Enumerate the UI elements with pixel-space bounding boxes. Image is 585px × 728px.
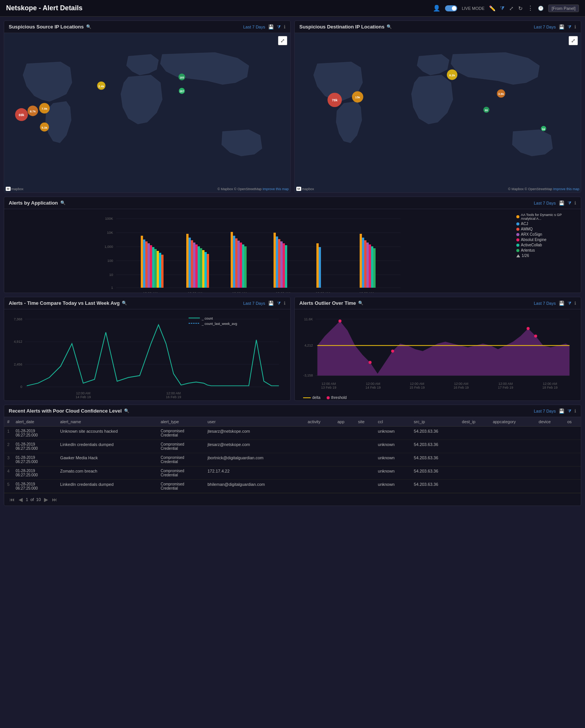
alerts-by-app-title: Alerts by Application 🔍: [9, 200, 66, 206]
svg-text:14 Feb 19: 14 Feb 19: [365, 386, 381, 389]
share-icon[interactable]: ⤢: [509, 5, 514, 11]
svg-rect-54: [195, 244, 198, 288]
table-row[interactable]: 4 01-28-2019 06:27:25:000 Zomato.com bre…: [4, 466, 581, 480]
recent-alerts-filter-icon[interactable]: ⧩: [568, 408, 571, 414]
live-mode-label: LIVE MODE: [462, 6, 484, 11]
alerts-by-app-info-icon[interactable]: 🔍: [60, 200, 66, 205]
map1-credit: © Mapbox © OpenStreetMap Improve this ma…: [217, 187, 289, 191]
map2-filter-icon[interactable]: ⧩: [568, 24, 571, 30]
map1-save-icon[interactable]: 💾: [268, 24, 274, 30]
alerts-by-app-controls: Last 7 Days 💾 ⧩ ℹ: [534, 200, 576, 206]
map2-container: ⤢ 78k 15k 8.2k 3.8k: [295, 33, 581, 192]
svg-text:12:00 AM: 12:00 AM: [322, 382, 336, 386]
table-row[interactable]: 5 01-28-2019 06:27:25:000 LinkedIn crede…: [4, 480, 581, 493]
map2-help-icon[interactable]: ℹ: [574, 24, 576, 30]
svg-rect-68: [276, 236, 278, 288]
svg-rect-80: [371, 246, 373, 288]
recent-alerts-save-icon[interactable]: 💾: [559, 408, 565, 414]
page-header: Netskope - Alert Details 👤 LIVE MODE ✏️ …: [0, 0, 585, 17]
alerts-by-app-legend: AA Tools for Dynamic s GP Analytical A..…: [516, 213, 577, 289]
prev-page-btn[interactable]: ◀: [18, 496, 24, 503]
refresh-icon[interactable]: ↻: [518, 5, 523, 11]
page-current: 1: [26, 497, 28, 502]
alerts-by-app-time: Last 7 Days: [534, 201, 556, 205]
col-dest-ip: dest_ip: [459, 417, 490, 427]
first-page-btn[interactable]: ⏮: [9, 496, 16, 503]
map2-credit: © Mapbox © OpenStreetMap Improve this ma…: [508, 187, 579, 191]
from-panel-label[interactable]: [From Panel]: [548, 5, 579, 12]
alerts-by-app-save-icon[interactable]: 💾: [559, 200, 565, 206]
map2-controls: Last 7 Days 💾 ⧩ ℹ: [534, 24, 576, 30]
svg-text:15k: 15k: [355, 96, 360, 99]
outlier-save-icon[interactable]: 💾: [559, 301, 565, 306]
map1-controls: Last 7 Days 💾 ⧩ ℹ: [243, 24, 286, 30]
svg-text:12:00 AM: 12:00 AM: [359, 292, 374, 293]
time-compare-filter-icon[interactable]: ⧩: [277, 301, 281, 306]
map1-container: ⤢: [4, 33, 290, 192]
map1-time: Last 7 Days: [243, 25, 265, 29]
map1-help-icon[interactable]: ℹ: [284, 24, 286, 30]
col-activity: activity: [305, 417, 334, 427]
last-page-btn[interactable]: ⏭: [51, 496, 58, 503]
table-row[interactable]: 1 01-28-2019 06:27:25:000 Unknown site a…: [4, 427, 581, 440]
map1-info-icon[interactable]: 🔍: [86, 24, 91, 29]
recent-alerts-help-icon[interactable]: ℹ: [574, 408, 576, 414]
recent-alerts-controls: Last 7 Days 💾 ⧩ ℹ: [534, 408, 576, 414]
svg-rect-71: [283, 243, 285, 288]
svg-rect-77: [364, 240, 366, 288]
pencil-icon[interactable]: ✏️: [489, 5, 495, 11]
outlier-filter-icon[interactable]: ⧩: [568, 301, 571, 306]
svg-rect-42: [145, 241, 148, 288]
outlier-info-icon[interactable]: 🔍: [358, 301, 363, 306]
time-compare-help-icon[interactable]: ℹ: [284, 301, 286, 306]
map2-save-icon[interactable]: 💾: [559, 24, 565, 30]
svg-text:4,212: 4,212: [304, 344, 313, 347]
svg-text:12:00 AM: 12:00 AM: [76, 391, 91, 395]
legend-item-6: Arlentus: [516, 248, 577, 252]
svg-text:-3,158: -3,158: [303, 373, 313, 377]
recent-alerts-info-icon[interactable]: 🔍: [124, 408, 129, 413]
svg-text:2.4k: 2.4k: [98, 85, 104, 88]
svg-text:0: 0: [20, 385, 22, 389]
page-title: Netskope - Alert Details: [6, 4, 82, 12]
time-compare-save-icon[interactable]: 💾: [268, 301, 274, 306]
next-page-btn[interactable]: ▶: [43, 496, 49, 503]
map1-filter-icon[interactable]: ⧩: [277, 24, 281, 30]
svg-text:267: 267: [179, 90, 184, 93]
svg-rect-81: [373, 248, 376, 288]
svg-text:10: 10: [109, 273, 113, 277]
alerts-by-app-panel: Alerts by Application 🔍 Last 7 Days 💾 ⧩ …: [4, 197, 581, 293]
svg-rect-76: [362, 238, 364, 288]
svg-rect-47: [157, 251, 159, 288]
map2-title: Suspicious Destination IP Locations 🔍: [299, 24, 392, 30]
table-row[interactable]: 2 01-28-2019 06:27:25:000 LinkedIn crede…: [4, 440, 581, 453]
maps-row: Suspicious Source IP Locations 🔍 Last 7 …: [4, 20, 581, 193]
legend-item-page[interactable]: 1/26: [516, 254, 577, 258]
svg-text:165: 165: [179, 76, 184, 79]
svg-rect-56: [200, 248, 202, 288]
user-icon: 👤: [433, 5, 440, 12]
outlier-help-icon[interactable]: ℹ: [574, 301, 576, 306]
time-compare-info-icon[interactable]: 🔍: [122, 301, 127, 306]
more-icon[interactable]: ⋮: [527, 5, 533, 12]
map2-expand[interactable]: ⤢: [569, 36, 578, 45]
svg-text:12:00 AM: 12:00 AM: [366, 382, 381, 386]
time-compare-title: Alerts - Time Compare Today vs Last Week…: [9, 300, 127, 306]
map2-info-icon[interactable]: 🔍: [387, 24, 392, 29]
live-mode-toggle[interactable]: [445, 5, 457, 11]
map1-header: Suspicious Source IP Locations 🔍 Last 7 …: [4, 21, 290, 33]
svg-point-118: [368, 361, 371, 364]
svg-text:12:00 AM: 12:00 AM: [232, 292, 247, 293]
alerts-by-app-filter-icon[interactable]: ⧩: [568, 200, 571, 206]
clock-icon: 🕐: [538, 6, 544, 11]
svg-text:12:00 AM: 12:00 AM: [316, 292, 330, 293]
svg-text:13 Feb 19: 13 Feb 19: [321, 386, 336, 389]
svg-rect-40: [141, 236, 143, 288]
filter-icon[interactable]: ⧩: [500, 5, 505, 11]
alerts-by-app-help-icon[interactable]: ℹ: [574, 200, 576, 206]
map1-expand[interactable]: ⤢: [278, 36, 287, 45]
map2-header: Suspicious Destination IP Locations 🔍 La…: [295, 21, 581, 33]
map2-mapbox-logo: M mapbox: [296, 187, 314, 191]
col-alert-type: alert_type: [157, 417, 204, 427]
table-row[interactable]: 3 01-28-2019 06:27:25:000 Gawker Media H…: [4, 453, 581, 466]
